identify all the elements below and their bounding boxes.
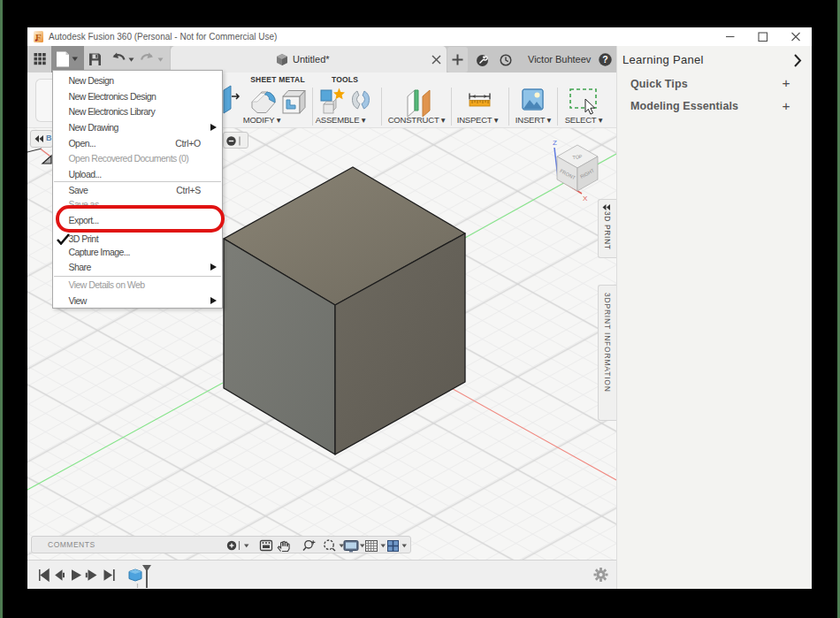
svg-text:?: ?	[602, 54, 607, 65]
svg-text:X: X	[583, 195, 588, 202]
svg-text:Z: Z	[553, 139, 557, 147]
